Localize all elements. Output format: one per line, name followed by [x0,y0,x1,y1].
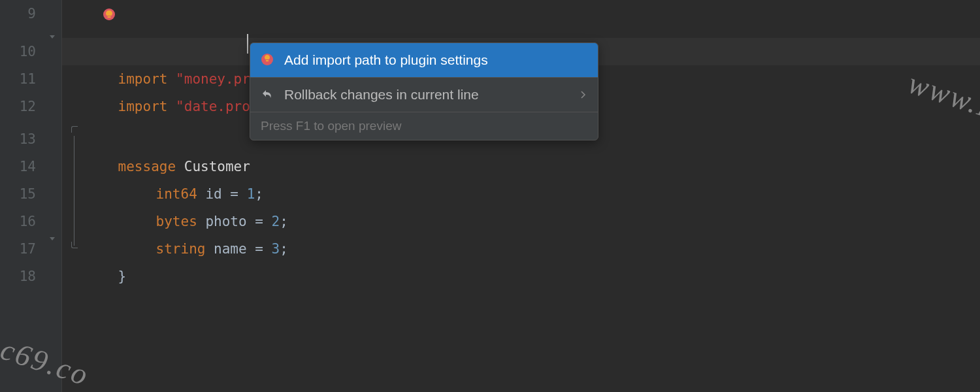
menu-item-label: Rollback changes in current line [284,87,479,103]
intention-action-rollback[interactable]: Rollback changes in current line [250,78,598,112]
chevron-right-icon [581,88,586,102]
line-number: 12 [0,93,36,120]
code-line[interactable]: } [62,235,980,263]
closing-brace: } [118,269,127,284]
code-line[interactable]: int64 id = 1; [62,153,980,180]
line-number: 11 [0,65,36,93]
error-intention-bulb-icon[interactable] [103,8,115,20]
line-number: 16 [0,208,36,235]
fold-expand-icon[interactable] [42,225,62,253]
intention-actions-popup: Add import path to plugin settings Rollb… [250,42,598,140]
code-line[interactable]: bytes photo = 2; [62,180,980,208]
line-number: 15 [0,180,36,208]
undo-icon [261,88,275,102]
line-number: 9 [0,0,36,27]
keyword-import: import [118,99,168,114]
gutter: 9 10 11 12 13 14 15 16 17 18 [0,0,62,392]
intention-action-add-import-path[interactable]: Add import path to plugin settings [250,43,598,77]
text-caret [247,34,248,54]
hint-label: Press F1 to open preview [261,119,401,133]
line-number: 13 [0,125,36,153]
menu-hint: Press F1 to open preview [250,112,598,140]
line-number: 18 [0,263,36,290]
menu-item-label: Add import path to plugin settings [284,52,488,68]
code-line[interactable]: string name = 3; [62,208,980,235]
error-bulb-icon [261,53,275,67]
line-number: 10 [0,38,36,65]
line-number: 17 [0,235,36,263]
fold-expand-icon[interactable] [42,24,62,51]
string-literal-error: "date.pro [176,99,250,114]
line-number: 14 [0,153,36,180]
